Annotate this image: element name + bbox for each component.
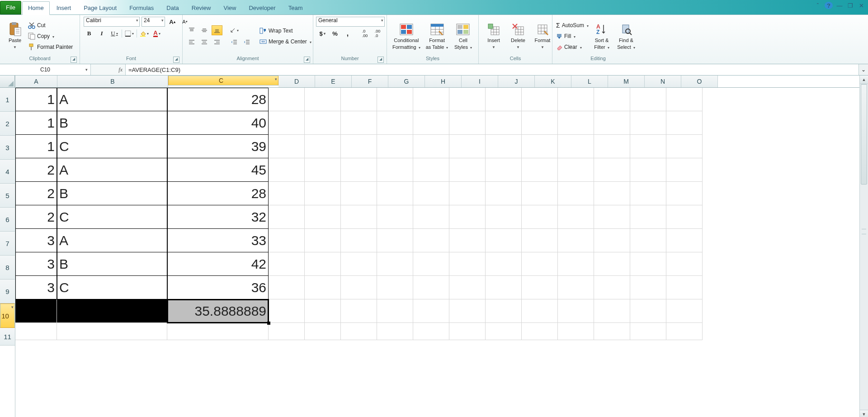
delete-cells-button[interactable]: Delete▼ <box>506 21 530 51</box>
row-header-5[interactable]: 5 <box>0 184 15 208</box>
cell-D5[interactable] <box>269 182 305 205</box>
cell-B4[interactable]: A <box>57 158 167 182</box>
cell-A11[interactable] <box>15 323 57 340</box>
cell-J2[interactable] <box>486 111 522 135</box>
cell-K1[interactable] <box>522 88 558 111</box>
cell-E10[interactable] <box>305 299 341 323</box>
tab-team[interactable]: Team <box>283 1 309 14</box>
row-header-9[interactable]: 9 <box>0 280 15 303</box>
cell-C8[interactable]: 42 <box>167 252 269 276</box>
cell-K7[interactable] <box>522 229 558 252</box>
cell-H8[interactable] <box>413 252 449 276</box>
number-format-select[interactable]: General <box>316 17 385 27</box>
cell-O3[interactable] <box>666 135 703 158</box>
cell-D1[interactable] <box>269 88 305 111</box>
conditional-formatting-button[interactable]: Conditional Formatting <box>390 21 423 52</box>
cell-H3[interactable] <box>413 135 449 158</box>
row-header-1[interactable]: 1 <box>0 88 15 112</box>
scrollbar-thumb[interactable] <box>861 84 867 185</box>
cell-L8[interactable] <box>558 252 594 276</box>
cell-D6[interactable] <box>269 205 305 229</box>
expand-formula-bar-icon[interactable]: ⌄ <box>859 64 868 75</box>
cell-B11[interactable] <box>57 323 167 340</box>
cell-J5[interactable] <box>486 182 522 205</box>
comma-format-button[interactable]: , <box>342 28 353 38</box>
column-header-L[interactable]: L <box>571 76 608 87</box>
column-header-B[interactable]: B <box>57 76 168 87</box>
cell-L2[interactable] <box>558 111 594 135</box>
cell-K4[interactable] <box>522 158 558 182</box>
cell-A1[interactable]: 1 <box>15 88 57 111</box>
cell-C5[interactable]: 28 <box>167 182 269 205</box>
increase-indent-icon[interactable] <box>241 37 252 47</box>
cell-A9[interactable]: 3 <box>15 276 57 299</box>
cell-O6[interactable] <box>666 205 703 229</box>
cell-K2[interactable] <box>522 111 558 135</box>
column-header-D[interactable]: D <box>278 76 315 87</box>
column-header-N[interactable]: N <box>645 76 681 87</box>
tab-home[interactable]: Home <box>22 1 50 15</box>
cell-K10[interactable] <box>522 299 558 323</box>
row-header-3[interactable]: 3 <box>0 136 15 160</box>
find-select-button[interactable]: Find & Select <box>614 21 638 52</box>
tab-data[interactable]: Data <box>160 1 184 14</box>
cell-B6[interactable]: C <box>57 205 167 229</box>
chevron-down-icon[interactable] <box>573 33 576 39</box>
cell-styles-button[interactable]: Cell Styles <box>451 21 475 52</box>
scroll-down-icon[interactable]: ▼ <box>860 410 868 417</box>
cell-G3[interactable] <box>377 135 413 158</box>
cell-E2[interactable] <box>305 111 341 135</box>
cell-I6[interactable] <box>449 205 486 229</box>
cell-H4[interactable] <box>413 158 449 182</box>
select-all-corner[interactable] <box>0 76 15 88</box>
cell-G9[interactable] <box>377 276 413 299</box>
cell-M11[interactable] <box>594 323 630 340</box>
cell-D11[interactable] <box>269 323 305 340</box>
fill-button[interactable]: Fill <box>555 31 590 41</box>
column-header-F[interactable]: F <box>352 76 388 87</box>
cell-H11[interactable] <box>413 323 449 340</box>
cell-N9[interactable] <box>630 276 666 299</box>
cell-I5[interactable] <box>449 182 486 205</box>
column-header-G[interactable]: G <box>388 76 425 87</box>
increase-decimal-icon[interactable]: .0.00 <box>359 28 370 38</box>
cell-M8[interactable] <box>594 252 630 276</box>
cell-A7[interactable]: 3 <box>15 229 57 252</box>
cell-I2[interactable] <box>449 111 486 135</box>
cell-I10[interactable] <box>449 299 486 323</box>
column-header-M[interactable]: M <box>608 76 645 87</box>
align-top-icon[interactable] <box>186 25 197 35</box>
borders-button[interactable] <box>124 28 135 38</box>
cell-G2[interactable] <box>377 111 413 135</box>
cell-B5[interactable]: B <box>57 182 167 205</box>
column-header-H[interactable]: H <box>425 76 462 87</box>
cell-E11[interactable] <box>305 323 341 340</box>
cell-K9[interactable] <box>522 276 558 299</box>
cell-J3[interactable] <box>486 135 522 158</box>
scrollbar-track[interactable] <box>860 84 868 410</box>
cell-L6[interactable] <box>558 205 594 229</box>
cell-F10[interactable] <box>341 299 377 323</box>
cell-G6[interactable] <box>377 205 413 229</box>
cell-E8[interactable] <box>305 252 341 276</box>
cell-I8[interactable] <box>449 252 486 276</box>
cell-F3[interactable] <box>341 135 377 158</box>
column-header-A[interactable]: A <box>15 76 57 87</box>
cell-N1[interactable] <box>630 88 666 111</box>
font-size-select[interactable]: 24 <box>142 17 165 27</box>
cell-L10[interactable] <box>558 299 594 323</box>
cell-L9[interactable] <box>558 276 594 299</box>
cell-F5[interactable] <box>341 182 377 205</box>
cell-O8[interactable] <box>666 252 703 276</box>
cell-I9[interactable] <box>449 276 486 299</box>
cell-O11[interactable] <box>666 323 703 340</box>
cell-C10[interactable]: 35.8888889 <box>167 299 269 323</box>
chevron-down-icon[interactable] <box>52 33 54 39</box>
cell-D4[interactable] <box>269 158 305 182</box>
cut-button[interactable]: Cut <box>27 20 74 30</box>
cell-E3[interactable] <box>305 135 341 158</box>
column-header-I[interactable]: I <box>462 76 498 87</box>
column-header-K[interactable]: K <box>535 76 571 87</box>
cell-B9[interactable]: C <box>57 276 167 299</box>
chevron-down-icon[interactable] <box>579 44 582 50</box>
